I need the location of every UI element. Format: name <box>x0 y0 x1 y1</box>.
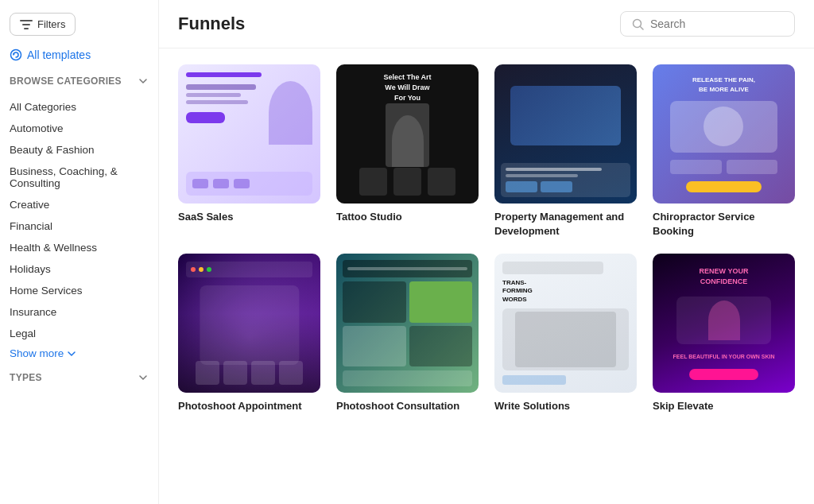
template-name-write: Write Solutions <box>494 399 637 413</box>
template-thumb-skin: Renew YourConfidence Feel Beautiful In Y… <box>653 254 795 393</box>
svg-point-3 <box>11 50 21 60</box>
template-card-photoconsult[interactable]: Photoshoot Consultation <box>336 254 479 413</box>
search-input[interactable] <box>650 17 783 30</box>
template-name-skin: Skip Elevate <box>653 399 795 413</box>
filters-label: Filters <box>37 18 65 30</box>
category-item-beauty[interactable]: Beauty & Fashion <box>10 139 149 161</box>
svg-rect-0 <box>20 20 33 21</box>
template-name-saas-sales: SaaS Sales <box>178 210 320 224</box>
browse-categories-label: Browse Categories <box>10 76 122 87</box>
category-list: All Categories Automotive Beauty & Fashi… <box>10 96 149 344</box>
template-grid-area: SaaS Sales Select The ArtWe Will DrawFor… <box>159 48 814 504</box>
template-name-photoshoot: Photoshoot Appointment <box>178 399 320 413</box>
category-item-home[interactable]: Home Services <box>10 280 149 301</box>
search-icon <box>632 18 644 30</box>
template-thumb-tattoo: Select The ArtWe Will DrawFor You <box>336 64 479 204</box>
template-card-tattoo[interactable]: Select The ArtWe Will DrawFor You Tattoo… <box>336 64 479 238</box>
filters-button[interactable]: Filters <box>10 13 76 36</box>
template-card-chiro[interactable]: Release The Pain,Be More Alive Chiroprac… <box>653 64 795 238</box>
template-name-property: Property Management and Development <box>494 210 637 238</box>
category-item-legal[interactable]: Legal <box>10 323 149 344</box>
show-more-button[interactable]: Show more <box>10 347 149 359</box>
svg-rect-2 <box>24 28 29 29</box>
chevron-down-icon <box>138 76 149 87</box>
category-item-financial[interactable]: Financial <box>10 215 149 237</box>
template-thumb-chiro: Release The Pain,Be More Alive <box>653 64 795 204</box>
svg-rect-1 <box>22 24 30 25</box>
types-label: Types <box>10 372 42 383</box>
all-templates-label: All templates <box>27 48 91 61</box>
category-item-health[interactable]: Health & Wellness <box>10 237 149 258</box>
template-card-skin[interactable]: Renew YourConfidence Feel Beautiful In Y… <box>653 254 795 413</box>
main-content: Funnels <box>159 0 814 504</box>
template-thumb-write: TRANS-FORMINGWORDS <box>494 254 637 393</box>
category-item-creative[interactable]: Creative <box>10 194 149 215</box>
main-header: Funnels <box>159 0 814 48</box>
template-thumb-property <box>494 64 637 204</box>
category-item-business[interactable]: Business, Coaching, & Consulting <box>10 161 149 194</box>
chevron-small-down-icon <box>67 349 76 359</box>
template-thumb-photoconsult <box>336 254 479 393</box>
category-item-holidays[interactable]: Holidays <box>10 258 149 280</box>
svg-line-5 <box>641 26 644 29</box>
template-name-photoconsult: Photoshoot Consultation <box>336 399 479 413</box>
template-name-tattoo: Tattoo Studio <box>336 210 479 224</box>
template-thumb-saas <box>178 64 320 204</box>
template-card-property[interactable]: Property Management and Development <box>494 64 637 238</box>
types-header[interactable]: Types <box>10 372 149 383</box>
all-templates-link[interactable]: All templates <box>10 48 149 61</box>
sidebar: Filters All templates Browse Categories … <box>0 0 159 504</box>
template-card-photoshoot[interactable]: Photoshoot Appointment <box>178 254 320 413</box>
template-card-write[interactable]: TRANS-FORMINGWORDS Write Solutions <box>494 254 637 413</box>
template-card-saas-sales[interactable]: SaaS Sales <box>178 64 320 238</box>
category-item-insurance[interactable]: Insurance <box>10 301 149 323</box>
filters-icon <box>20 19 33 30</box>
show-more-label: Show more <box>10 347 64 359</box>
chevron-down-types-icon <box>138 372 149 383</box>
template-grid: SaaS Sales Select The ArtWe Will DrawFor… <box>178 64 795 413</box>
browse-categories-header[interactable]: Browse Categories <box>10 76 149 87</box>
template-name-chiro: Chiropractor Service Booking <box>653 210 795 238</box>
category-item-all[interactable]: All Categories <box>10 96 149 118</box>
refresh-icon <box>10 48 22 61</box>
template-thumb-photoshoot <box>178 254 320 393</box>
page-title: Funnels <box>178 14 245 34</box>
search-box[interactable] <box>620 11 795 37</box>
category-item-automotive[interactable]: Automotive <box>10 118 149 139</box>
